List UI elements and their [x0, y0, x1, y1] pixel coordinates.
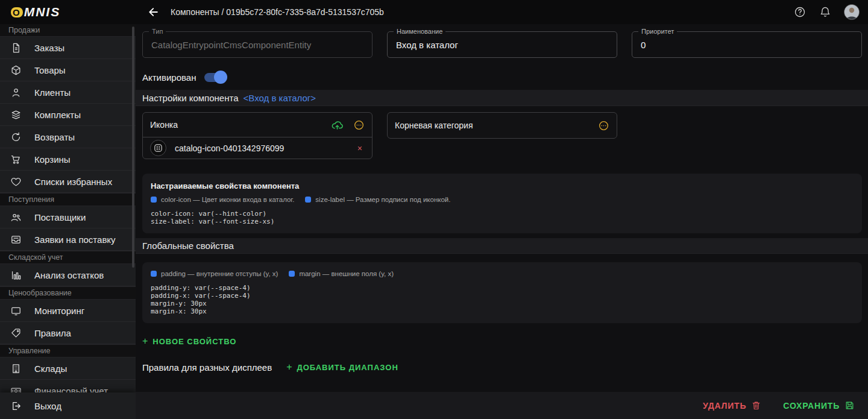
person-icon: [10, 87, 22, 98]
global-properties-band: Глобальные свойства: [136, 238, 868, 254]
upload-icon-button[interactable]: [331, 119, 344, 131]
delete-button[interactable]: УДАЛИТЬ: [703, 400, 761, 411]
layers-icon: [10, 109, 22, 121]
plus-icon: +: [286, 362, 292, 373]
sidebar-item-supply-requests[interactable]: Заявки на поставку: [0, 228, 136, 251]
logo-o-mark: O: [11, 7, 23, 17]
sidebar-item-label: Возвраты: [34, 132, 75, 142]
grid-glyph-icon: [153, 143, 163, 153]
component-settings-title: Настройки компонента: [142, 93, 239, 103]
bottom-action-bar: УДАЛИТЬ СОХРАНИТЬ: [136, 392, 868, 419]
remove-icon-button[interactable]: ×: [355, 143, 365, 153]
sidebar-section-pricing: Ценообразование: [0, 286, 136, 300]
logo: O MNIS: [0, 5, 136, 19]
property-chip: color-icon — Цвет иконки входа в каталог…: [151, 196, 294, 203]
sidebar-section-sales: Продажи: [0, 24, 136, 37]
blue-square-icon: [289, 271, 295, 277]
save-button[interactable]: СОХРАНИТЬ: [783, 400, 855, 411]
people-icon: [10, 212, 22, 223]
sidebar-item-warehouses[interactable]: Склады: [0, 358, 136, 380]
save-icon: [844, 400, 855, 411]
priority-field[interactable]: Приоритет 0: [632, 31, 862, 58]
activated-label: Активирован: [142, 72, 196, 83]
icon-file-name: catalog-icon-0401342976099: [175, 143, 347, 153]
sidebar-item-suppliers[interactable]: Поставщики: [0, 206, 136, 228]
sidebar-item-rules[interactable]: Правила: [0, 322, 136, 344]
arrow-left-icon: [148, 6, 160, 18]
custom-properties-title: Настраиваемые свойства компонента: [151, 181, 854, 191]
code-line: margin-x: 30px: [151, 307, 854, 315]
sidebar-item-bundles[interactable]: Комплекты: [0, 104, 136, 126]
back-button[interactable]: [148, 6, 160, 18]
blue-square-icon: [151, 271, 157, 277]
new-property-button[interactable]: + НОВОЕ СВОЙСТВО: [142, 336, 236, 347]
sidebar-item-products[interactable]: Товары: [0, 59, 136, 81]
name-field[interactable]: Наименование Вход в каталог: [387, 31, 617, 58]
sidebar-section-arrivals: Поступления: [0, 193, 136, 206]
notifications-button[interactable]: [819, 5, 832, 19]
building-icon: [10, 363, 22, 374]
trash-icon: [751, 400, 761, 411]
component-settings-band: Настройки компонента <Вход в каталог>: [136, 90, 868, 106]
sidebar-item-label: Корзины: [34, 154, 71, 165]
global-properties-code: padding-y: var(--space-4) padding-x: var…: [151, 284, 854, 315]
help-button[interactable]: [793, 5, 807, 19]
cloud-upload-icon: [331, 119, 344, 131]
sidebar-item-label: Поставщики: [34, 212, 86, 222]
add-range-button[interactable]: + ДОБАВИТЬ ДИАПАЗОН: [286, 362, 398, 373]
icon-card-title: Иконка: [150, 120, 331, 130]
property-chip: size-label — Размер подписи под иконкой.: [305, 196, 450, 203]
sidebar-item-label: Комплекты: [34, 110, 81, 120]
refresh-icon: [10, 131, 22, 143]
property-chip: margin — внешние поля (y, x): [289, 270, 394, 277]
ellipsis-circle-icon: [598, 120, 609, 131]
sidebar-item-stock-analysis[interactable]: Анализ остатков: [0, 264, 136, 286]
box-icon: [10, 65, 22, 76]
icon-card-menu-button[interactable]: [353, 119, 365, 131]
sidebar-item-orders[interactable]: Заказы: [0, 37, 136, 59]
user-photo-icon: [844, 5, 859, 19]
code-line: padding-x: var(--space-4): [151, 292, 854, 300]
sidebar-item-label: Мониторинг: [34, 306, 84, 316]
root-category-menu-button[interactable]: [598, 120, 609, 131]
top-bar: O MNIS Компоненты / 019b5c72-80fc-7335-8…: [0, 0, 868, 24]
type-field: Тип CatalogEntrypointCmsComponentEntity: [142, 31, 373, 58]
priority-field-value: 0: [641, 40, 853, 50]
global-properties-title: Глобальные свойства: [142, 241, 234, 251]
code-line: color-icon: var(--hint-color): [151, 210, 854, 218]
sidebar-item-label: Анализ остатков: [34, 270, 104, 280]
sidebar-item-returns[interactable]: Возвраты: [0, 126, 136, 148]
type-field-value: CatalogEntrypointCmsComponentEntity: [151, 40, 363, 50]
logo-text: MNIS: [24, 5, 61, 19]
sidebar: Продажи Заказы Товары Клиенты Комплекты …: [0, 24, 136, 419]
sidebar-scrollbar[interactable]: [132, 27, 134, 268]
sidebar-item-clients[interactable]: Клиенты: [0, 81, 136, 104]
type-field-label: Тип: [149, 28, 166, 35]
sidebar-item-label: Выход: [34, 401, 61, 411]
blue-square-icon: [305, 197, 311, 203]
sidebar-item-label: Списки избранных: [34, 177, 112, 187]
sidebar-item-logout[interactable]: Выход: [0, 392, 136, 419]
sidebar-item-monitoring[interactable]: Мониторинг: [0, 300, 136, 322]
toggle-knob: [214, 71, 227, 84]
avatar[interactable]: [844, 4, 860, 20]
tag-icon: [10, 327, 22, 339]
root-category-card: Корневая категория: [387, 112, 617, 139]
inbox-icon: [10, 234, 22, 245]
root-category-title: Корневая категория: [395, 121, 598, 130]
sidebar-item-label: Заказы: [34, 43, 64, 53]
help-icon: [794, 6, 806, 18]
custom-properties-code: color-icon: var(--hint-color) size-label…: [151, 210, 854, 225]
bar-chart-icon: [10, 269, 22, 281]
component-link[interactable]: <Вход в каталог>: [244, 93, 316, 103]
sidebar-item-label: Склады: [34, 364, 67, 374]
document-icon: [10, 42, 22, 54]
sidebar-item-carts[interactable]: Корзины: [0, 148, 136, 171]
breadcrumb: Компоненты / 019b5c72-80fc-7335-8a7d-513…: [171, 7, 384, 17]
sidebar-item-label: Клиенты: [34, 87, 71, 98]
sidebar-section-warehouse-accounting: Складской учет: [0, 251, 136, 264]
activated-toggle[interactable]: [204, 73, 226, 82]
sidebar-item-wishlists[interactable]: Списки избранных: [0, 171, 136, 193]
code-line: padding-y: var(--space-4): [151, 284, 854, 292]
heart-icon: [10, 176, 22, 187]
